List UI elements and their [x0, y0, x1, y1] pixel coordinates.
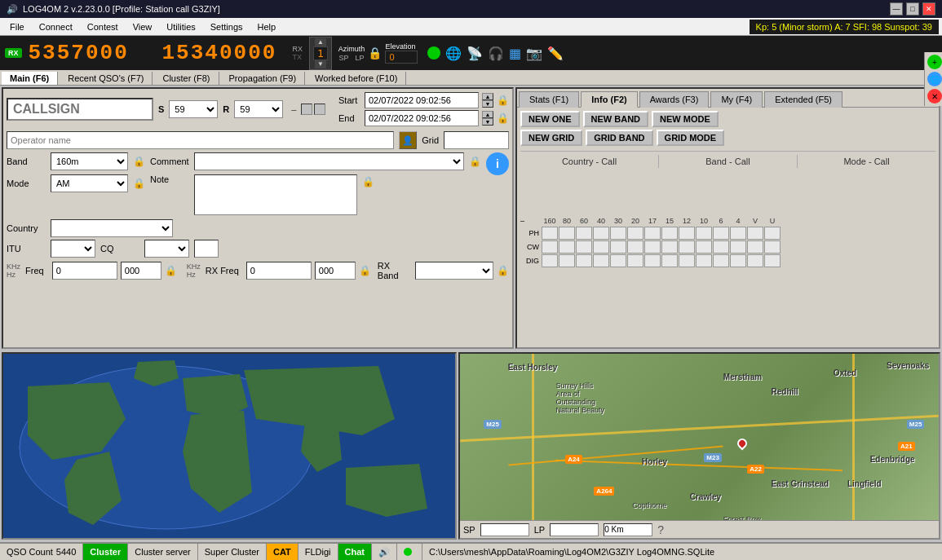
rxband-select[interactable]: [415, 262, 493, 280]
cat-item[interactable]: CAT: [267, 544, 299, 560]
mode-lock-icon[interactable]: 🔒: [133, 178, 145, 189]
frequency-display-2[interactable]: 15340000: [159, 39, 290, 67]
map-lp-input[interactable]: [550, 523, 599, 536]
s-select[interactable]: 595857: [169, 100, 218, 118]
itu-select[interactable]: [51, 240, 95, 258]
speaker-item[interactable]: 🔊: [372, 544, 397, 560]
freq-spin-up[interactable]: ▲: [315, 38, 326, 46]
cw-17: [644, 240, 661, 254]
place-surrey-hills: Surrey HillsArea ofOutstandingNatural Be…: [555, 381, 604, 414]
map-distance-input[interactable]: [604, 523, 652, 536]
frequency-display-1[interactable]: 5357000: [25, 39, 156, 67]
tab-extended[interactable]: Extended (F5): [764, 91, 842, 108]
cw-160: [542, 240, 558, 254]
cluster-item[interactable]: Cluster: [83, 544, 128, 560]
place-horley: Horley: [642, 457, 667, 466]
start-lock-icon[interactable]: 🔒: [497, 95, 509, 106]
headset-icon[interactable]: 🎧: [488, 46, 504, 61]
tab-my[interactable]: My (F4): [710, 91, 763, 108]
edit-icon[interactable]: ✏️: [547, 46, 564, 61]
tab-main[interactable]: Main (F6): [2, 72, 58, 85]
chat-item[interactable]: Chat: [338, 544, 372, 560]
info-icon[interactable]: i: [486, 152, 509, 175]
country-select[interactable]: [51, 219, 173, 237]
place-edenbridge: Edenbridge: [870, 455, 915, 464]
grid-mode-button[interactable]: GRID MODE: [657, 130, 725, 146]
dig-label: DIG: [520, 257, 541, 265]
mode-select[interactable]: AMFMSSBCW: [51, 174, 128, 192]
rxfreq-lock-icon[interactable]: 🔒: [359, 265, 371, 276]
tab-cluster[interactable]: Cluster (F8): [154, 72, 219, 85]
status-dot: [404, 548, 412, 556]
rxfreq-khz-input[interactable]: [246, 262, 312, 280]
minimize-button[interactable]: —: [890, 2, 903, 15]
map-sp-input[interactable]: [480, 523, 529, 536]
freq-hz-input[interactable]: [121, 262, 161, 280]
band-lock-icon[interactable]: 🔒: [133, 156, 145, 167]
cq-select[interactable]: [144, 240, 189, 258]
freq-spin-down[interactable]: ▼: [315, 60, 326, 68]
start-time-input[interactable]: [365, 92, 479, 108]
super-cluster-item[interactable]: Super Cluster: [198, 544, 267, 560]
elevation-input[interactable]: [385, 51, 418, 64]
maximize-button[interactable]: □: [906, 2, 919, 15]
menu-help[interactable]: Help: [251, 20, 283, 33]
rxfreq-hz-input[interactable]: [315, 262, 356, 280]
antenna-icon[interactable]: 📡: [467, 46, 483, 61]
band-select[interactable]: 160m80m40m: [51, 152, 128, 170]
tab-worked-before[interactable]: Worked before (F10): [307, 72, 406, 85]
x-button[interactable]: ✕: [927, 89, 940, 104]
menu-contest[interactable]: Contest: [81, 20, 125, 33]
end-lock-icon[interactable]: 🔒: [497, 112, 509, 124]
country-call-section: Country - Call: [520, 155, 659, 168]
start-time-down[interactable]: ▼: [482, 100, 493, 108]
freq-lock-icon[interactable]: 🔒: [165, 265, 177, 276]
operator-icon[interactable]: 👤: [399, 131, 417, 149]
tab-stats[interactable]: Stats (F1): [519, 91, 579, 108]
menu-utilities[interactable]: Utilities: [160, 20, 201, 33]
right-tabs-row: Stats (F1) Info (F2) Awards (F3) My (F4)…: [517, 89, 939, 107]
grid-band-button[interactable]: GRID BAND: [586, 130, 652, 146]
end-time-down[interactable]: ▼: [482, 118, 493, 126]
checkbox-1[interactable]: [301, 104, 312, 115]
globe-icon[interactable]: 🌐: [445, 46, 462, 61]
callsign-row: CALLSIGN S 595857 R 595857 – S: [7, 92, 509, 126]
cluster-server-label: Cluster server: [135, 547, 190, 557]
menu-view[interactable]: View: [126, 20, 159, 33]
tab-info[interactable]: Info (F2): [581, 91, 637, 108]
grid-icon[interactable]: ▦: [509, 46, 521, 61]
r-select[interactable]: 595857: [234, 100, 283, 118]
comment-select[interactable]: [194, 152, 464, 170]
camera-icon[interactable]: 📷: [526, 46, 542, 61]
new-one-button[interactable]: NEW ONE: [520, 111, 580, 127]
menu-connect[interactable]: Connect: [33, 20, 79, 33]
cluster-server-item[interactable]: Cluster server: [128, 544, 197, 560]
elevation-section: Elevation: [385, 42, 418, 64]
start-time-up[interactable]: ▲: [482, 93, 493, 100]
fldigi-item[interactable]: FLDigi: [299, 544, 338, 560]
freq-khz-input[interactable]: [52, 262, 117, 280]
tab-awards[interactable]: Awards (F3): [639, 91, 710, 108]
grid-input[interactable]: [444, 131, 509, 149]
new-grid-button[interactable]: NEW GRID: [520, 130, 582, 146]
menu-settings[interactable]: Settings: [204, 20, 250, 33]
tab-propagation[interactable]: Propagation (F9): [221, 72, 306, 85]
tab-recent-qsos[interactable]: Recent QSO's (F7): [60, 72, 153, 85]
rxband-lock-icon[interactable]: 🔒: [497, 265, 509, 276]
new-mode-button[interactable]: NEW MODE: [652, 111, 719, 127]
new-band-button[interactable]: NEW BAND: [583, 111, 649, 127]
menu-file[interactable]: File: [3, 20, 31, 33]
ph-30: [610, 227, 626, 240]
checkbox-2[interactable]: [314, 104, 325, 115]
comment-lock-icon[interactable]: 🔒: [469, 156, 481, 167]
lock-icon[interactable]: 🔒: [368, 46, 382, 60]
note-lock-icon[interactable]: 🔒: [362, 176, 374, 187]
operator-input[interactable]: [7, 131, 394, 149]
note-textarea[interactable]: [194, 174, 357, 215]
map-help-icon[interactable]: ?: [657, 523, 664, 536]
end-time-up[interactable]: ▲: [482, 111, 493, 118]
itu-input[interactable]: [194, 240, 219, 258]
callsign-input[interactable]: [7, 98, 153, 121]
close-button[interactable]: ✕: [922, 2, 935, 15]
end-time-input[interactable]: [365, 110, 479, 126]
